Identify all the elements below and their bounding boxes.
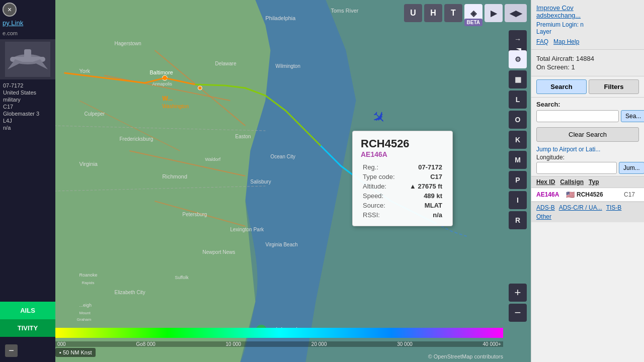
popup-callsign[interactable]: RCH4526	[361, 137, 444, 150]
svg-text:Wilmington: Wilmington	[276, 63, 300, 69]
clear-search-button[interactable]: Clear Search	[536, 127, 639, 142]
btn-t[interactable]: T	[444, 4, 462, 22]
zoom-out-button[interactable]: −	[509, 304, 527, 322]
search-input[interactable]	[536, 110, 619, 122]
total-aircraft: Total Aircraft: 14884	[536, 55, 639, 62]
jump-input[interactable]	[536, 162, 617, 174]
nav-k[interactable]: K	[509, 131, 527, 149]
btn-u[interactable]: U	[404, 4, 422, 22]
total-aircraft-value: 14884	[576, 55, 594, 62]
svg-text:Richmond: Richmond	[163, 173, 188, 179]
nav-r[interactable]: R	[509, 211, 527, 229]
aircraft-popup: RCH4526 AE146A Reg.: 07-7172 Type code: …	[352, 131, 453, 226]
col-callsign[interactable]: Callsign	[560, 178, 584, 186]
map-area[interactable]: Baltimore Annapolis W... Washington Dela…	[55, 0, 531, 362]
svg-text:Easton: Easton	[235, 134, 251, 139]
alt-label-4: 30 000	[397, 341, 413, 347]
zoom-in-button[interactable]: +	[509, 284, 527, 302]
aircraft-list-item[interactable]: AE146A 🇺🇸 RCH4526 C17	[531, 188, 644, 202]
btn-arrow-right[interactable]: ▶	[485, 4, 503, 22]
col-hex[interactable]: Hex ID	[536, 178, 555, 186]
svg-text:...eigh: ...eigh	[79, 303, 92, 308]
aircraft-details: 07-7172 United States military C17 Globe…	[0, 79, 55, 134]
stats-section: Total Aircraft: 14884 On Screen: 1	[531, 50, 644, 76]
svg-text:Annapolis: Annapolis	[152, 81, 173, 86]
search-action-button[interactable]: Sea...	[621, 110, 644, 122]
on-screen: On Screen: 1	[536, 63, 639, 71]
scale-indicator: ▪	[59, 349, 61, 355]
rssi-label: RSSI:	[361, 210, 402, 220]
close-button[interactable]: ×	[3, 3, 17, 17]
premium-login-link[interactable]: Premium Login: n Layer	[536, 21, 639, 35]
domain-label: e.com	[0, 29, 55, 37]
svg-text:Elizabeth City: Elizabeth City	[115, 290, 145, 295]
transponder-value: L4J	[3, 118, 52, 124]
country-value: United States	[3, 89, 52, 96]
source-tisb[interactable]: TIS-B	[606, 204, 622, 211]
svg-text:Baltimore: Baltimore	[150, 69, 173, 75]
search-label: Search:	[536, 101, 639, 108]
nav-i[interactable]: I	[509, 191, 527, 209]
filters-button[interactable]: Filters	[589, 79, 639, 94]
nav-chart[interactable]: ▦	[509, 70, 527, 88]
tab-activity[interactable]: TIVITY	[0, 319, 55, 337]
minimize-button[interactable]: −	[5, 344, 18, 357]
popup-type[interactable]: AE146A	[361, 150, 444, 158]
zoom-controls: + −	[509, 284, 527, 322]
btn-arrow-lr[interactable]: ◀▶	[505, 4, 527, 22]
nav-m[interactable]: M	[509, 151, 527, 169]
alt-label-5: 40 000+	[483, 341, 501, 347]
svg-text:Ocean City: Ocean City	[271, 154, 295, 159]
svg-rect-5	[24, 49, 31, 62]
search-tab-button[interactable]: Search	[536, 79, 587, 94]
source-label: Source:	[361, 201, 402, 210]
faq-link[interactable]: FAQ	[536, 38, 548, 45]
nav-signin[interactable]: →	[509, 30, 527, 48]
col-type[interactable]: Typ	[589, 178, 599, 186]
search-filters-row: Search Filters	[531, 76, 644, 98]
speed-value: 489 kt	[402, 191, 444, 201]
nav-l[interactable]: L	[509, 90, 527, 109]
type-code-value: C17	[402, 172, 444, 182]
svg-text:Virginia: Virginia	[79, 161, 98, 167]
svg-text:Graham: Graham	[77, 317, 92, 322]
scale-value: 50 NM Knst	[63, 349, 92, 355]
svg-text:Delaware: Delaware	[215, 61, 237, 66]
map-help-link[interactable]: Map Help	[553, 38, 579, 45]
type-code-label: Type code:	[361, 172, 402, 182]
tab-area: AILS TIVITY	[0, 302, 55, 337]
alt-label-0: 000	[57, 341, 66, 347]
premium-line1: Premium Login: n	[536, 21, 639, 28]
source-other[interactable]: Other	[536, 213, 551, 220]
btn-h[interactable]: H	[424, 4, 442, 22]
side-nav: → ⚙ ▦ L O K M P I R	[509, 30, 527, 229]
svg-text:Lexington Park: Lexington Park	[230, 227, 265, 232]
on-screen-value: 1	[571, 63, 575, 71]
nav-gear[interactable]: ⚙	[509, 50, 527, 68]
svg-text:Culpeper: Culpeper	[85, 111, 105, 117]
jump-button[interactable]: Jum...	[619, 162, 644, 174]
svg-text:Washington: Washington	[163, 104, 189, 109]
category-value: military	[3, 97, 52, 103]
aircraft-image	[0, 39, 55, 79]
svg-text:York: York	[79, 68, 91, 74]
improve-cov-line2: adsbexchang...	[536, 12, 639, 19]
svg-text:Waldorf: Waldorf	[205, 157, 221, 162]
altitude-labels: 000 Go8 000 10 000 20 000 30 000 40 000+	[55, 341, 503, 347]
source-tabs: ADS-B ADS-C/R / UA... TIS-B Other	[531, 202, 644, 222]
longitude-label: Longitude:	[536, 154, 639, 161]
rssi-value: n/a	[402, 210, 444, 220]
total-aircraft-label: Total Aircraft:	[536, 55, 574, 62]
nav-o[interactable]: O	[509, 111, 527, 129]
source-adsb[interactable]: ADS-B	[536, 204, 555, 211]
svg-text:Roanoke: Roanoke	[79, 273, 98, 278]
improve-coverage-link[interactable]: Improve Cov adsbexchang...	[536, 4, 639, 19]
tab-details[interactable]: AILS	[0, 302, 55, 319]
nav-p[interactable]: P	[509, 171, 527, 189]
popup-details: Reg.: 07-7172 Type code: C17 Altitude: ▲…	[361, 162, 444, 220]
source-adsc[interactable]: ADS-C/R / UA...	[559, 204, 602, 211]
model-value: Globemaster 3	[3, 111, 52, 117]
reg-label: Reg.:	[361, 162, 402, 172]
premium-line2: Layer	[536, 28, 639, 35]
alt-label-3: 20 000	[311, 341, 327, 347]
